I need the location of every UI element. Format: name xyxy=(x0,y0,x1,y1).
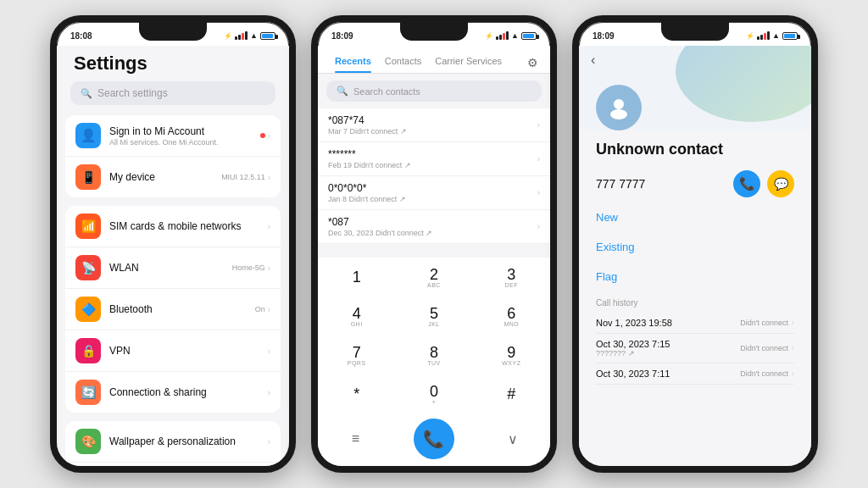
tab-carrier[interactable]: Carrier Services xyxy=(428,53,509,73)
chevron-icon: › xyxy=(268,305,270,314)
dial-key-hash[interactable]: # xyxy=(486,377,537,411)
call-hist-item-1[interactable]: Nov 1, 2023 19:58 Didn't connect › xyxy=(596,313,794,334)
dial-key-3[interactable]: 3DEF xyxy=(486,260,537,294)
wifi-icon: ▲ xyxy=(250,31,258,40)
my-device-label: My device xyxy=(109,171,213,183)
more-button[interactable]: ∨ xyxy=(496,422,530,456)
menu-button[interactable]: ≡ xyxy=(338,422,372,456)
settings-item-mi-account[interactable]: 👤 Sign in to Mi Account All Mi services.… xyxy=(65,115,281,157)
settings-item-bluetooth[interactable]: 🔷 Bluetooth On › xyxy=(65,289,281,330)
contact-avatar xyxy=(596,85,642,130)
settings-item-my-device[interactable]: 📱 My device MIUI 12.5.11 › xyxy=(65,157,281,197)
time-2: 18:09 xyxy=(331,31,353,41)
vpn-right: › xyxy=(268,347,270,356)
call-info-1: *087*74 Mar 7 Didn't connect ↗ xyxy=(328,114,537,136)
sim-icon: 📶 xyxy=(75,214,101,239)
phone-contact: 18:09 ⚡ ▲ ‹ xyxy=(572,15,818,473)
sim-text: SIM cards & mobile networks xyxy=(109,220,259,232)
settings-item-vpn[interactable]: 🔒 VPN › xyxy=(65,330,281,372)
call-info-3: 0*0*0*0* Jan 8 Didn't connect ↗ xyxy=(328,182,537,203)
tab-recents[interactable]: Recents xyxy=(328,53,378,73)
settings-icon[interactable]: ⚙ xyxy=(526,53,540,73)
settings-item-always-on[interactable]: 🔒 Always-on display & Lock screen › xyxy=(65,463,281,466)
mi-account-text: Sign in to Mi Account All Mi services. O… xyxy=(109,125,252,147)
search-icon: 🔍 xyxy=(337,86,348,97)
dial-key-2[interactable]: 2ABC xyxy=(409,260,459,294)
dial-key-1[interactable]: 1 xyxy=(331,260,382,294)
link-existing[interactable]: Existing xyxy=(579,232,811,262)
battery-icon xyxy=(260,32,275,40)
bluetooth-status-icon: ⚡ xyxy=(224,32,232,40)
svg-point-1 xyxy=(610,109,627,119)
call-hist-item-2[interactable]: Oct 30, 2023 7:15 ??????? ↗ Didn't conne… xyxy=(596,334,794,363)
bluetooth-icon3: ⚡ xyxy=(746,32,754,40)
call-detail-1: Mar 7 Didn't connect ↗ xyxy=(328,127,537,136)
bluetooth-text: Bluetooth xyxy=(109,303,247,315)
contact-phone-number: 777 7777 xyxy=(596,177,726,191)
contact-name: Unknown contact xyxy=(579,130,811,165)
call-button[interactable]: 📞 xyxy=(414,419,454,459)
call-hist-item-3[interactable]: Oct 30, 2023 7:11 Didn't connect › xyxy=(596,363,794,385)
call-item-1[interactable]: *087*74 Mar 7 Didn't connect ↗ › xyxy=(318,108,550,142)
dial-key-star[interactable]: * xyxy=(331,377,382,411)
chevron-icon: › xyxy=(268,437,270,446)
settings-item-connection[interactable]: 🔄 Connection & sharing › xyxy=(65,372,281,413)
chevron-icon: › xyxy=(268,388,270,397)
dial-key-9[interactable]: 9WXYZ xyxy=(486,338,537,372)
dial-key-4[interactable]: 4GHI xyxy=(331,299,382,333)
search-bar[interactable]: 🔍 Search settings xyxy=(70,81,275,105)
chevron-icon: › xyxy=(268,131,270,141)
wifi-icon: ▲ xyxy=(772,31,780,40)
settings-item-wallpaper[interactable]: 🎨 Wallpaper & personalization › xyxy=(65,421,281,463)
search-placeholder: Search contacts xyxy=(353,86,420,97)
wlan-icon: 📡 xyxy=(75,255,101,280)
call-hist-sub-2: ??????? ↗ xyxy=(596,349,670,358)
wifi-icon: ▲ xyxy=(511,31,519,40)
phone-dialer: 18:09 ⚡ ▲ Recents Contacts Carrier Servi… xyxy=(311,15,557,473)
my-device-text: My device xyxy=(109,171,213,183)
tab-contacts[interactable]: Contacts xyxy=(378,53,428,73)
mi-account-icon: 👤 xyxy=(75,123,101,148)
dialer-search-bar[interactable]: 🔍 Search contacts xyxy=(326,80,542,102)
dial-key-0[interactable]: 0+ xyxy=(409,377,459,411)
call-item-3[interactable]: 0*0*0*0* Jan 8 Didn't connect ↗ › xyxy=(318,176,550,210)
call-number-3: 0*0*0*0* xyxy=(328,182,537,194)
call-item-4[interactable]: *087 Dec 30, 2023 Didn't connect ↗ › xyxy=(318,210,550,244)
call-detail-3: Jan 8 Didn't connect ↗ xyxy=(328,195,537,203)
message-action-button[interactable]: 💬 xyxy=(767,170,794,197)
bluetooth-label: Bluetooth xyxy=(109,303,247,315)
call-action-button[interactable]: 📞 xyxy=(733,170,760,197)
signal-icon xyxy=(496,31,509,40)
dial-key-5[interactable]: 5JKL xyxy=(409,299,459,333)
bluetooth-icon2: ⚡ xyxy=(485,32,493,40)
call-hist-time-2: Oct 30, 2023 7:15 ??????? ↗ xyxy=(596,339,670,358)
dial-key-8[interactable]: 8TUV xyxy=(409,338,459,372)
vpn-text: VPN xyxy=(109,345,259,357)
link-flag[interactable]: Flag xyxy=(579,262,811,291)
chevron-icon: › xyxy=(268,173,270,182)
notification-dot xyxy=(260,133,265,138)
back-button[interactable]: ‹ xyxy=(591,53,595,68)
status-icons-1: ⚡ ▲ xyxy=(224,31,275,40)
settings-title: Settings xyxy=(57,46,289,81)
battery-icon xyxy=(521,32,537,40)
connection-icon: 🔄 xyxy=(75,380,101,405)
wallpaper-text: Wallpaper & personalization xyxy=(109,435,259,447)
settings-section-network: 📶 SIM cards & mobile networks › 📡 WLAN H… xyxy=(65,206,281,413)
wallpaper-right: › xyxy=(268,437,270,446)
search-icon: 🔍 xyxy=(81,88,92,99)
svg-point-0 xyxy=(614,99,624,109)
dial-key-6[interactable]: 6MNO xyxy=(486,299,537,333)
settings-item-wlan[interactable]: 📡 WLAN Home-5G › xyxy=(65,247,281,289)
call-history-section: Call history Nov 1, 2023 19:58 Didn't co… xyxy=(579,291,811,388)
settings-item-sim[interactable]: 📶 SIM cards & mobile networks › xyxy=(65,206,281,247)
chevron-icon: › xyxy=(268,222,270,231)
link-new[interactable]: New xyxy=(579,202,811,232)
call-item-2[interactable]: ******* Feb 19 Didn't connect ↗ › xyxy=(318,142,550,176)
settings-screen: Settings 🔍 Search settings 👤 Sign in to … xyxy=(57,46,289,466)
sim-right: › xyxy=(268,222,270,231)
status-icons-3: ⚡ ▲ xyxy=(746,31,798,40)
connection-right: › xyxy=(268,388,270,397)
dial-key-7[interactable]: 7PQRS xyxy=(331,338,382,372)
wallpaper-icon: 🎨 xyxy=(75,429,101,454)
